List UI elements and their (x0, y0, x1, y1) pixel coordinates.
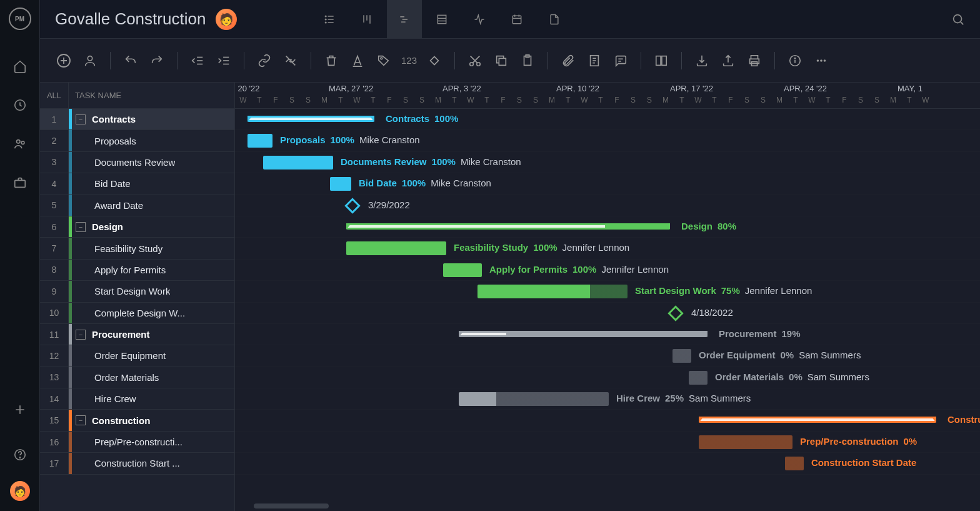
columns-icon[interactable] (652, 52, 670, 69)
gantt-task-bar[interactable] (443, 263, 482, 277)
gantt-task-bar[interactable] (263, 156, 333, 169)
print-icon[interactable] (746, 52, 763, 69)
milestone-icon[interactable] (426, 52, 443, 69)
import-icon[interactable] (693, 52, 711, 69)
activity-view-icon[interactable] (462, 0, 497, 39)
task-name: Construction Start ... (72, 458, 180, 468)
more-icon[interactable] (812, 52, 830, 69)
cut-icon[interactable] (466, 52, 484, 69)
clock-icon[interactable] (8, 93, 32, 118)
gantt-task-bar[interactable] (785, 457, 804, 470)
gantt-task-bar[interactable] (478, 285, 628, 298)
gantt-task-bar[interactable] (346, 241, 446, 255)
redo-icon[interactable] (148, 52, 166, 69)
gantt-row: Construction Start Date (235, 453, 980, 474)
svg-rect-18 (438, 15, 446, 23)
gantt-view-icon[interactable] (387, 0, 422, 39)
text-style-icon[interactable] (349, 52, 366, 69)
task-row[interactable]: 2Proposals (40, 130, 234, 151)
task-row[interactable]: 7Feasibility Study (40, 238, 234, 259)
task-row[interactable]: 6−Design (40, 216, 234, 238)
task-row[interactable]: 12Order Equipment (40, 345, 234, 367)
briefcase-icon[interactable] (8, 170, 32, 195)
gantt-row: Design80% (235, 216, 980, 238)
task-name: Apply for Permits (72, 265, 166, 275)
row-number: 3 (40, 152, 69, 173)
milestone-date: 4/18/2022 (691, 307, 733, 318)
trash-icon[interactable] (322, 52, 340, 69)
task-row[interactable]: 14Hire Crew (40, 388, 234, 410)
team-icon[interactable] (8, 131, 32, 156)
search-icon[interactable] (951, 13, 965, 26)
number-format[interactable]: 123 (401, 55, 417, 66)
svg-point-61 (824, 59, 826, 62)
task-row[interactable]: 13Order Materials (40, 367, 234, 388)
list-view-icon[interactable] (312, 0, 347, 39)
gantt-summary-bar[interactable] (699, 417, 936, 423)
app-logo[interactable]: PM (9, 8, 31, 30)
info-icon[interactable] (786, 52, 804, 69)
task-row[interactable]: 11−Procurement (40, 324, 234, 345)
gantt-task-bar[interactable] (689, 371, 708, 385)
paste-icon[interactable] (519, 52, 536, 69)
gantt-task-bar[interactable] (330, 177, 351, 191)
task-row[interactable]: 17Construction Start ... (40, 453, 234, 474)
collapse-toggle[interactable]: − (76, 114, 86, 124)
link-icon[interactable] (256, 52, 273, 69)
task-row[interactable]: 1−Contracts (40, 109, 234, 130)
task-row[interactable]: 3Documents Review (40, 152, 234, 173)
gantt-summary-bar[interactable] (459, 331, 708, 337)
copy-icon[interactable] (492, 52, 510, 69)
gantt-task-bar[interactable] (459, 392, 609, 406)
help-icon[interactable] (8, 442, 32, 467)
indent-icon[interactable] (215, 52, 232, 69)
gantt-task-bar[interactable] (672, 349, 691, 363)
gantt-chart[interactable]: 3, 20 '22 MAR, 27 '22APR, 3 '22APR, 10 '… (235, 83, 980, 511)
svg-point-2 (21, 141, 24, 144)
user-avatar[interactable]: 🧑 (10, 481, 30, 501)
unlink-icon[interactable] (282, 52, 299, 69)
collapse-toggle[interactable]: − (76, 415, 86, 425)
calendar-view-icon[interactable] (499, 0, 534, 39)
task-row[interactable]: 15−Construction (40, 410, 234, 431)
export-icon[interactable] (719, 52, 737, 69)
collapse-toggle[interactable]: − (76, 222, 86, 232)
add-task-icon[interactable] (55, 52, 72, 69)
assign-icon[interactable] (81, 52, 99, 69)
file-view-icon[interactable] (537, 0, 572, 39)
task-row[interactable]: 8Apply for Permits (40, 260, 234, 281)
bar-label: Prep/Pre-construction (800, 436, 899, 447)
collapse-toggle[interactable]: − (76, 330, 86, 340)
task-row[interactable]: 10Complete Design W... (40, 303, 234, 324)
gantt-task-bar[interactable] (699, 435, 792, 449)
gantt-summary-bar[interactable] (346, 223, 670, 230)
bar-pct: 75% (721, 285, 740, 296)
column-header-name[interactable]: TASK NAME (69, 91, 121, 100)
timeline-week-label: APR, 10 '22 (556, 84, 599, 93)
task-row[interactable]: 4Bid Date (40, 173, 234, 195)
attach-icon[interactable] (559, 52, 577, 69)
gantt-summary-bar[interactable] (248, 116, 374, 122)
gantt-task-bar[interactable] (248, 134, 272, 148)
add-icon[interactable] (8, 397, 32, 422)
board-view-icon[interactable] (349, 0, 384, 39)
project-owner-avatar[interactable]: 🧑 (216, 9, 237, 30)
column-header-all[interactable]: ALL (40, 83, 69, 108)
task-row[interactable]: 9Start Design Work (40, 281, 234, 302)
task-row[interactable]: 5Award Date (40, 195, 234, 216)
timeline-day: M (316, 96, 332, 108)
outdent-icon[interactable] (189, 52, 206, 69)
timeline-week-label: 3, 20 '22 (235, 84, 259, 93)
milestone-marker[interactable] (344, 198, 360, 213)
notes-icon[interactable] (586, 52, 603, 69)
tag-icon[interactable] (375, 52, 392, 69)
milestone-marker[interactable] (668, 305, 683, 321)
comment-icon[interactable] (612, 52, 629, 69)
timeline-day: S (511, 96, 528, 108)
undo-icon[interactable] (122, 52, 139, 69)
horizontal-scrollbar[interactable] (235, 503, 980, 508)
sheet-view-icon[interactable] (424, 0, 459, 39)
row-number: 8 (40, 260, 69, 280)
task-row[interactable]: 16Prep/Pre-constructi... (40, 432, 234, 453)
home-icon[interactable] (8, 54, 32, 79)
